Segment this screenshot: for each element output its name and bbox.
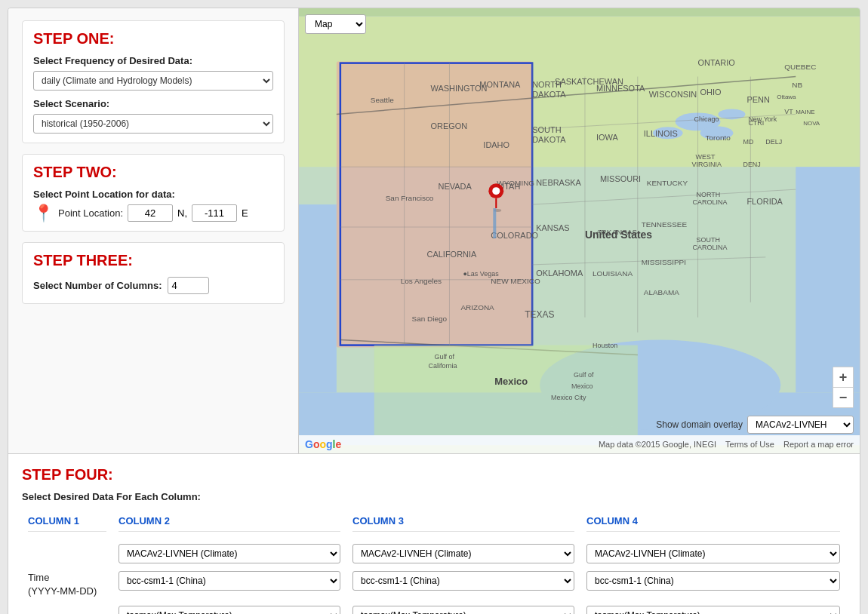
col2-variable-select[interactable]: tasmax(Max Temperature) tasmin(Min Tempe…: [119, 606, 340, 614]
svg-text:SOUTH: SOUTH: [532, 125, 561, 134]
scenario-select[interactable]: historical (1950-2006) rcp45 rcp85: [33, 114, 273, 134]
svg-text:IDAHO: IDAHO: [483, 140, 509, 149]
col3-model-select[interactable]: bcc-csm1-1 (China) BNU-ESM (China): [352, 571, 574, 591]
col1-empty-cell: [22, 602, 112, 614]
col2-select2-cell: bcc-csm1-1 (China) BNU-ESM (China): [112, 567, 346, 602]
table-data-row-1: MACAv2-LIVNEH (Climate) MACAv2-METDATA (…: [22, 540, 846, 567]
col1-header: COLUMN 1: [28, 515, 106, 532]
columns-label: Select Number of Columns:: [33, 280, 162, 291]
col2-dataset-select[interactable]: MACAv2-LIVNEH (Climate) MACAv2-METDATA (…: [119, 544, 340, 563]
point-location-row: 📍 Point Location: N, E: [33, 204, 273, 222]
report-error-link[interactable]: Report a map error: [783, 440, 854, 449]
col4-dataset-select[interactable]: MACAv2-LIVNEH (Climate) MACAv2-METDATA (…: [586, 544, 840, 563]
svg-text:California: California: [429, 363, 457, 370]
svg-text:WEST: WEST: [696, 153, 716, 161]
svg-rect-7: [299, 204, 337, 392]
svg-text:ILLINOIS: ILLINOIS: [644, 129, 678, 138]
svg-text:VIRGINIA: VIRGINIA: [692, 161, 722, 168]
latitude-input[interactable]: [128, 204, 173, 222]
svg-point-96: [492, 187, 500, 195]
svg-text:WYOMING: WYOMING: [497, 179, 534, 187]
col3-select3-cell: tasmax(Max Temperature) tasmin(Min Tempe…: [346, 602, 580, 614]
map-footer: Google Map data ©2015 Google, INEGI Term…: [299, 435, 860, 453]
svg-text:ARIZONA: ARIZONA: [460, 303, 494, 312]
svg-text:Los Angeles: Los Angeles: [401, 277, 442, 285]
main-container: STEP ONE: Select Frequency of Desired Da…: [8, 8, 860, 614]
col3-header-cell: COLUMN 3: [346, 511, 580, 540]
col3-variable-select[interactable]: tasmax(Max Temperature) tasmin(Min Tempe…: [352, 606, 574, 614]
col1-time-cell: [22, 540, 112, 567]
svg-text:CALIFORNIA: CALIFORNIA: [427, 250, 478, 259]
svg-text:MAINE: MAINE: [796, 109, 814, 115]
svg-text:KENTUCKY: KENTUCKY: [647, 179, 688, 187]
svg-text:●Las Vegas: ●Las Vegas: [463, 270, 499, 278]
map-data-text: Map data ©2015 Google, INEGI: [599, 440, 716, 449]
svg-text:United States: United States: [585, 229, 652, 241]
col4-select1-cell: MACAv2-LIVNEH (Climate) MACAv2-METDATA (…: [580, 540, 846, 567]
col2-model-select[interactable]: bcc-csm1-1 (China) BNU-ESM (China): [119, 571, 340, 591]
svg-text:DELJ: DELJ: [765, 138, 782, 146]
step-two-title: STEP TWO:: [33, 164, 273, 181]
zoom-out-button[interactable]: −: [833, 388, 853, 407]
svg-text:PENN: PENN: [746, 95, 770, 104]
domain-overlay-select[interactable]: MACAv2-LIVNEH MACAv2-METDATA: [747, 416, 854, 434]
col2-select3-cell: tasmax(Max Temperature) tasmin(Min Tempe…: [112, 602, 346, 614]
col4-select3-cell: tasmax(Max Temperature) tasmin(Min Tempe…: [580, 602, 846, 614]
col4-header: COLUMN 4: [586, 515, 840, 532]
location-label: Select Point Location for data:: [33, 189, 273, 200]
svg-text:SASKATCHEWAN: SASKATCHEWAN: [555, 77, 623, 86]
svg-rect-27: [374, 345, 638, 436]
col3-select2-cell: bcc-csm1-1 (China) BNU-ESM (China): [346, 567, 580, 602]
col4-variable-select[interactable]: tasmax(Max Temperature) tasmin(Min Tempe…: [586, 606, 840, 614]
svg-text:NEBRASKA: NEBRASKA: [536, 178, 581, 187]
map-type-select[interactable]: Map Satellite Terrain: [305, 14, 366, 34]
longitude-input[interactable]: [192, 204, 237, 222]
pin-icon: 📍: [33, 205, 54, 222]
svg-text:TEXAS: TEXAS: [525, 309, 554, 320]
map-toolbar: Map Satellite Terrain: [305, 14, 366, 34]
svg-text:Houston: Houston: [593, 342, 617, 349]
map-footer-right: Map data ©2015 Google, INEGI Terms of Us…: [599, 440, 854, 449]
table-data-row-3: tasmax(Max Temperature) tasmin(Min Tempe…: [22, 602, 846, 614]
col3-header: COLUMN 3: [352, 515, 574, 532]
step-four-label: Select Desired Data For Each Column:: [22, 491, 846, 502]
columns-spinner[interactable]: [168, 277, 209, 294]
svg-text:CAROLINA: CAROLINA: [693, 198, 728, 206]
svg-text:Seattle: Seattle: [371, 96, 394, 104]
domain-overlay-label: Show domain overlay: [656, 419, 743, 430]
zoom-in-button[interactable]: +: [833, 367, 853, 387]
svg-text:COLORADO: COLORADO: [491, 231, 538, 240]
svg-text:QUEBEC: QUEBEC: [784, 63, 816, 71]
zoom-controls: + −: [833, 367, 854, 408]
svg-text:MD: MD: [743, 138, 753, 146]
col3-select1-cell: MACAv2-LIVNEH (Climate) MACAv2-METDATA (…: [346, 540, 580, 567]
svg-rect-9: [796, 167, 860, 392]
map-svg: WASHINGTON OREGON NEVADA CALIFORNIA ARIZ…: [299, 8, 860, 453]
col4-model-select[interactable]: bcc-csm1-1 (China) BNU-ESM (China): [586, 571, 840, 591]
terms-link[interactable]: Terms of Use: [725, 440, 774, 449]
svg-rect-10: [337, 62, 532, 348]
svg-text:Gulf of: Gulf of: [435, 353, 455, 361]
svg-text:ALABAMA: ALABAMA: [644, 288, 679, 296]
col3-dataset-select[interactable]: MACAv2-LIVNEH (Climate) MACAv2-METDATA (…: [352, 544, 574, 563]
svg-text:NORTH: NORTH: [697, 191, 721, 198]
lon-suffix: E: [242, 207, 248, 219]
col1-time-label: Time(YYYY-MM-DD): [28, 572, 97, 597]
svg-text:NB: NB: [792, 81, 802, 90]
col2-header-cell: COLUMN 2: [112, 511, 346, 540]
svg-text:OREGON: OREGON: [431, 121, 468, 130]
columns-row: Select Number of Columns:: [33, 277, 273, 294]
table-header-row: COLUMN 1 COLUMN 2 COLUMN 3 COLUMN 4: [22, 511, 846, 540]
svg-text:CAROLINA: CAROLINA: [693, 244, 728, 251]
svg-text:CTRI: CTRI: [748, 119, 764, 127]
svg-text:Mexico: Mexico: [494, 376, 528, 387]
svg-text:LOUISIANA: LOUISIANA: [593, 269, 633, 278]
svg-text:VT: VT: [784, 108, 793, 115]
frequency-select[interactable]: daily (Climate and Hydrology Models) mon…: [33, 71, 273, 91]
svg-text:MISSOURI: MISSOURI: [600, 174, 641, 183]
svg-text:TENNESSEE: TENNESSEE: [642, 220, 688, 229]
svg-text:IOWA: IOWA: [596, 133, 619, 142]
left-panel: STEP ONE: Select Frequency of Desired Da…: [8, 8, 299, 453]
step-two-block: STEP TWO: Select Point Location for data…: [22, 154, 285, 232]
svg-text:SOUTH: SOUTH: [697, 236, 720, 244]
